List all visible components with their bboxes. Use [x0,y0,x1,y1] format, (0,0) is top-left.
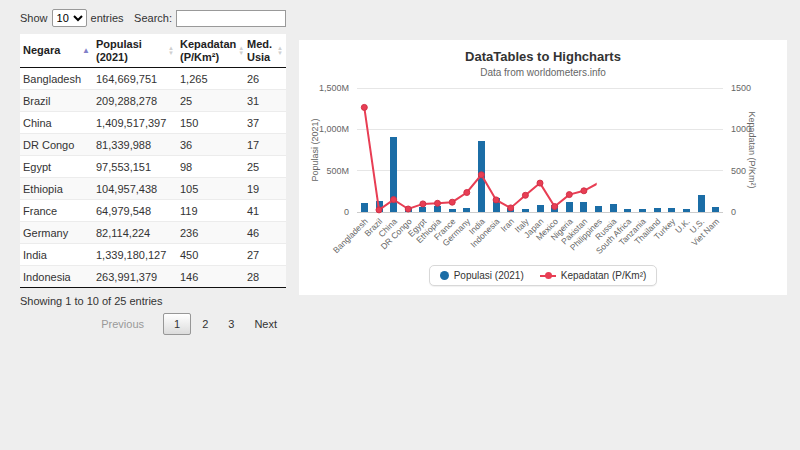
column-header-negara[interactable]: Negara▲ [20,34,93,68]
line-marker-Nigeria[interactable] [566,192,572,198]
bar-U.K.[interactable] [683,209,690,213]
table-cell: Germany [20,222,93,244]
table-cell: 25 [244,156,286,178]
table-controls: Show 10 entries Search: [20,8,286,28]
table-row[interactable]: China1,409,517,39715037 [20,112,286,134]
table-row[interactable]: France64,979,54811941 [20,200,286,222]
previous-page-button[interactable]: Previous [92,313,153,335]
search-input[interactable] [176,10,286,27]
line-marker-Brazil[interactable] [376,207,382,213]
page-length-select[interactable]: 10 [52,9,87,27]
chart-plot: 00500M5001,000M10001,500M1500Populasi (2… [299,40,787,295]
column-header-kepadatan-p-km[interactable]: Kepadatan (P/Km²)▲▼ [177,34,244,68]
y-axis-left-label: 1,000M [319,124,349,134]
bar-Nigeria[interactable] [566,202,573,212]
column-header-populasi-2021[interactable]: Populasi (2021)▲▼ [93,34,177,68]
table-cell: India [20,244,93,266]
table-cell: 450 [177,244,244,266]
table-row[interactable]: Indonesia263,991,37914628 [20,266,286,288]
bar-U.S.[interactable] [698,195,705,212]
table-cell: 31 [244,90,286,112]
table-cell: 82,114,224 [93,222,177,244]
bar-Tanzania[interactable] [639,209,646,212]
table-row[interactable]: India1,339,180,12745027 [20,244,286,266]
page-length-control: Show 10 entries [20,9,124,27]
table-cell: Egypt [20,156,93,178]
legend-label: Populasi (2021) [454,270,524,281]
table-cell: 236 [177,222,244,244]
sort-both-icon: ▲▼ [168,46,174,56]
column-header-med-usia[interactable]: Med. Usia▲▼ [244,34,286,68]
table-cell: 1,339,180,127 [93,244,177,266]
y-axis-left-label: 0 [344,207,349,217]
line-marker-Ethiopia[interactable] [435,200,441,206]
line-series-kepadatan [364,107,715,211]
line-marker-Japan[interactable] [537,180,543,186]
bar-South Africa[interactable] [624,209,631,212]
y-axis-right-label: 500 [731,166,746,176]
legend-item-populasi[interactable]: Populasi (2021) [440,270,524,281]
table-cell: 104,957,438 [93,178,177,200]
table-info: Showing 1 to 10 of 25 entries [20,295,286,307]
table-cell: 26 [244,68,286,90]
line-marker-India[interactable] [478,172,484,178]
page-button-2[interactable]: 2 [193,313,217,335]
table-cell: DR Congo [20,134,93,156]
line-marker-France[interactable] [449,199,455,205]
bar-Pakistan[interactable] [580,202,587,213]
datatable-panel: Show 10 entries Search: Negara▲Populasi … [20,8,286,337]
chart-legend: Populasi (2021) Kepadatan (P/Km²) [299,265,787,286]
line-marker-Iran[interactable] [508,205,514,211]
table-cell: 1,409,517,397 [93,112,177,134]
table-row[interactable]: Brazil209,288,2782531 [20,90,286,112]
table-cell: 105 [177,178,244,200]
bar-Turkey[interactable] [668,208,675,212]
y-axis-right-label: 0 [731,207,736,217]
line-marker-Germany[interactable] [464,190,470,196]
line-marker-Bangladesh[interactable] [361,104,367,110]
line-marker-DR Congo[interactable] [405,206,411,212]
legend-item-kepadatan[interactable]: Kepadatan (P/Km²) [540,270,647,281]
pagination: Previous123Next [20,313,286,337]
table-row[interactable]: DR Congo81,339,9883617 [20,134,286,156]
legend-line-marker-icon [540,271,556,280]
table-cell: 46 [244,222,286,244]
bar-Italy[interactable] [522,209,529,212]
bar-Bangladesh[interactable] [361,203,368,212]
table-row[interactable]: Egypt97,553,1519825 [20,156,286,178]
table-cell: 36 [177,134,244,156]
table-row[interactable]: Bangladesh164,669,7511,26526 [20,68,286,90]
line-marker-Mexico[interactable] [552,204,558,210]
highcharts-card: DataTables to Highcharts Data from world… [299,40,787,295]
line-marker-Pakistan[interactable] [581,188,587,194]
next-page-button[interactable]: Next [245,313,286,335]
table-cell: 37 [244,112,286,134]
bar-Russia[interactable] [610,204,617,212]
bar-Germany[interactable] [463,208,470,212]
table-cell: Ethiopia [20,178,93,200]
line-marker-Egypt[interactable] [420,201,426,207]
legend-label: Kepadatan (P/Km²) [561,270,647,281]
bar-Japan[interactable] [537,205,544,212]
bar-Egypt[interactable] [419,207,426,212]
line-marker-Italy[interactable] [522,192,528,198]
bar-Viet Nam[interactable] [712,207,719,212]
page-button-3[interactable]: 3 [219,313,243,335]
x-axis-label-Bangladesh: Bangladesh [331,216,370,255]
bar-Thailand[interactable] [654,208,661,212]
table-cell: 150 [177,112,244,134]
line-marker-China[interactable] [391,197,397,203]
sort-both-icon: ▲▼ [277,46,283,56]
page-button-1[interactable]: 1 [163,313,191,335]
bar-Ethiopia[interactable] [434,206,441,212]
table-cell: 17 [244,134,286,156]
table-header: Negara▲Populasi (2021)▲▼Kepadatan (P/Km²… [20,34,286,68]
table-cell: Indonesia [20,266,93,288]
bar-France[interactable] [449,209,456,213]
table-row[interactable]: Germany82,114,22423646 [20,222,286,244]
table-row[interactable]: Ethiopia104,957,43810519 [20,178,286,200]
line-marker-Indonesia[interactable] [493,197,499,203]
table-cell: 209,288,278 [93,90,177,112]
bar-Philippines[interactable] [595,206,602,212]
show-label: Show [20,12,48,24]
